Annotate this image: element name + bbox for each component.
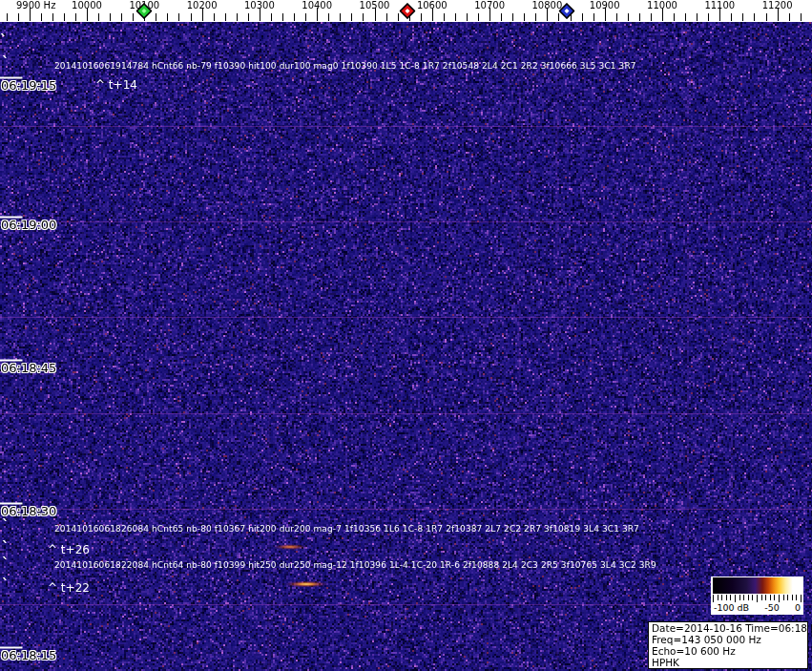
- event-log-line: 20141016061822084 hCnt64 nb-80 f10399 hi…: [54, 560, 656, 571]
- freq-label: 9900 Hz: [16, 0, 55, 10]
- station-id-line: HPHK: [652, 657, 804, 668]
- red-diamond-marker-icon: [399, 3, 415, 19]
- freq-label: 10200: [187, 0, 218, 10]
- db-max-label: 0: [795, 602, 801, 613]
- db-scale-labels: -100 dB -50 0: [711, 602, 803, 613]
- db-min-label: -100 dB: [714, 602, 749, 613]
- blue-diamond-marker-icon: [558, 3, 574, 19]
- frequency-ruler: 9900 Hz100001010010200103001040010500106…: [0, 0, 812, 22]
- freq-label: 10700: [474, 0, 505, 10]
- event-tickmark: `: [2, 580, 10, 590]
- time-offset-caret: ^ t+26: [48, 544, 90, 556]
- time-label: 06:19:15: [1, 79, 56, 93]
- event-log-line: 20141016061826084 hCnt65 nb-80 f10367 hi…: [54, 524, 639, 535]
- event-tickmark: `: [0, 36, 8, 46]
- freq-label: 10500: [360, 0, 390, 10]
- red-diamond-marker[interactable]: [399, 3, 415, 19]
- time-offset-caret: ^ t+14: [95, 79, 137, 92]
- db-scale-ticks: [713, 595, 802, 602]
- db-gradient-bar: [713, 577, 802, 594]
- freq-label: 10900: [590, 0, 620, 10]
- time-label: 06:18:15: [1, 649, 56, 662]
- time-offset-caret: ^ t+22: [48, 582, 90, 595]
- spectrogram-app: 9900 Hz100001010010200103001040010500106…: [0, 0, 812, 671]
- green-diamond-marker-icon: [136, 3, 153, 19]
- event-log-line: 20141016061914784 hCnt66 nb-79 f10390 hi…: [54, 61, 636, 72]
- rx-frequency-line: Freq=143 050 000 Hz: [652, 634, 804, 645]
- freq-label: 11000: [647, 0, 677, 10]
- event-tickmark: `: [2, 521, 10, 531]
- freq-label: 11200: [762, 0, 793, 10]
- green-diamond-marker[interactable]: [136, 3, 153, 19]
- blue-diamond-marker[interactable]: [558, 3, 574, 19]
- time-label: 06:19:00: [1, 219, 56, 232]
- event-tickmark: `: [2, 559, 10, 569]
- event-tickmark: `: [2, 58, 10, 68]
- waterfall-spectrogram[interactable]: [0, 22, 812, 671]
- date-time-line: Date=2014-10-16 Time=06:18 UTC: [652, 622, 804, 634]
- freq-label: 10000: [72, 0, 102, 10]
- freq-label: 10600: [417, 0, 448, 10]
- db-color-scale: -100 dB -50 0: [711, 577, 803, 615]
- freq-label: 11100: [704, 0, 735, 10]
- db-mid-label: -50: [764, 602, 780, 613]
- time-label: 06:18:30: [1, 505, 56, 518]
- time-label: 06:18:45: [1, 362, 56, 375]
- freq-label: 10400: [302, 0, 332, 10]
- freq-label: 10300: [244, 0, 275, 10]
- event-tickmark: `: [2, 543, 10, 553]
- status-info-box: Date=2014-10-16 Time=06:18 UTC Freq=143 …: [648, 621, 808, 669]
- echo-frequency-line: Echo=10 600 Hz: [652, 645, 804, 657]
